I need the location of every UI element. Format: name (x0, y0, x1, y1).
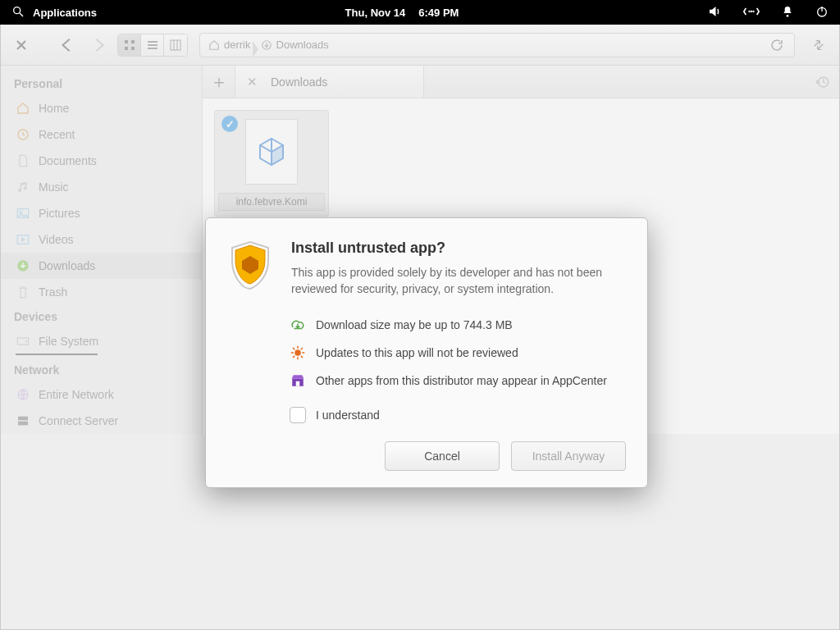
sidebar-group-network: Network (1, 358, 202, 381)
notifications-icon[interactable] (781, 5, 794, 21)
sidebar-group-personal: Personal (1, 72, 202, 95)
crumb-home-label: derrik (224, 39, 251, 51)
cancel-button[interactable]: Cancel (385, 441, 500, 471)
close-button[interactable] (9, 33, 34, 57)
sidebar-item-label: Pictures (39, 207, 80, 220)
sidebar-item-trash[interactable]: Trash (1, 279, 202, 305)
trash-icon (16, 285, 30, 299)
sidebar-item-label: Entire Network (39, 388, 114, 401)
sidebar-group-devices: Devices (1, 305, 202, 328)
sidebar-item-downloads[interactable]: Downloads (1, 253, 202, 279)
power-icon[interactable] (815, 5, 829, 21)
dialog-info-label: Updates to this app will not be reviewed (316, 346, 518, 359)
search-icon[interactable] (11, 5, 25, 21)
sidebar-item-videos[interactable]: Videos (1, 226, 202, 253)
view-icons-button[interactable] (118, 34, 141, 56)
dialog-info-label: Other apps from this distributor may app… (316, 374, 607, 387)
svg-point-23 (20, 211, 22, 213)
dialog-info-updates: Updates to this app will not be reviewed (290, 345, 626, 361)
panel-time[interactable]: 6:49 PM (418, 7, 459, 19)
understand-checkbox[interactable] (290, 407, 306, 423)
download-size-icon (290, 317, 306, 333)
svg-line-38 (301, 356, 303, 358)
dialog-info-label: Download size may be up to 744.3 MB (316, 318, 513, 331)
svg-point-3 (751, 10, 752, 11)
nav-back-button[interactable] (55, 33, 80, 57)
shield-warning-icon (227, 240, 273, 297)
drive-icon (16, 334, 30, 349)
view-columns-button[interactable] (164, 34, 187, 56)
file-item[interactable]: info.febvre.Komi (214, 110, 329, 217)
svg-line-40 (293, 356, 294, 358)
view-mode-group (117, 34, 188, 57)
sidebar-item-home[interactable]: Home (1, 95, 202, 121)
history-button[interactable] (806, 66, 839, 98)
svg-rect-29 (18, 417, 28, 421)
sidebar-item-music[interactable]: Music (1, 174, 202, 200)
nav-forward-button[interactable] (86, 33, 111, 57)
tab-close-icon[interactable]: ✕ (247, 75, 258, 89)
svg-point-32 (294, 349, 301, 356)
sidebar-item-filesystem[interactable]: File System (1, 328, 202, 354)
svg-rect-10 (125, 40, 128, 43)
sidebar-item-label: Trash (39, 285, 67, 299)
sidebar-item-connect-server[interactable]: Connect Server (1, 408, 202, 434)
panel-date[interactable]: Thu, Nov 14 (345, 7, 406, 19)
dialog-info-appcenter: Other apps from this distributor may app… (290, 372, 626, 389)
sidebar-item-label: Downloads (39, 259, 95, 272)
filesystem-usage-bar (16, 354, 98, 355)
home-icon (16, 101, 30, 116)
svg-rect-30 (18, 422, 28, 426)
clock-icon (16, 127, 30, 142)
sidebar-item-label: Music (39, 180, 69, 194)
svg-line-37 (293, 348, 294, 349)
places-sidebar: Personal Home Recent Documents Music Pic… (1, 66, 203, 434)
selection-check-icon[interactable] (221, 116, 238, 132)
file-name-label: info.febvre.Komi (218, 193, 325, 211)
sidebar-item-documents[interactable]: Documents (1, 148, 202, 174)
tab-downloads[interactable]: ✕ Downloads (235, 66, 424, 98)
svg-rect-13 (131, 47, 135, 50)
view-list-button[interactable] (141, 34, 164, 56)
document-icon (16, 153, 30, 168)
refresh-button[interactable] (765, 33, 789, 57)
svg-line-1 (20, 13, 23, 16)
globe-icon (16, 387, 30, 402)
tab-bar: ＋ ✕ Downloads (203, 66, 839, 98)
videos-icon (16, 232, 30, 247)
svg-rect-17 (171, 40, 180, 50)
svg-point-2 (748, 10, 750, 11)
updates-warning-icon (290, 345, 306, 361)
svg-point-0 (14, 7, 21, 13)
dialog-body: This app is provided solely by its devel… (291, 265, 626, 297)
sidebar-item-label: File System (39, 335, 98, 348)
volume-icon[interactable] (707, 4, 722, 21)
new-tab-button[interactable]: ＋ (203, 66, 235, 98)
crumb-home[interactable]: derrik (205, 39, 258, 51)
sidebar-item-network[interactable]: Entire Network (1, 381, 202, 408)
svg-rect-41 (296, 381, 300, 386)
sidebar-item-pictures[interactable]: Pictures (1, 200, 202, 226)
svg-point-4 (752, 10, 754, 11)
file-manager-toolbar: derrik Downloads (1, 25, 839, 66)
dialog-title: Install untrusted app? (291, 240, 626, 257)
crumb-downloads-label: Downloads (276, 39, 329, 51)
pictures-icon (16, 206, 30, 221)
network-icon[interactable] (743, 6, 760, 20)
sidebar-item-label: Recent (39, 128, 75, 141)
svg-line-39 (301, 348, 303, 349)
svg-point-5 (787, 15, 789, 17)
install-anyway-button[interactable]: Install Anyway (511, 441, 626, 471)
window-restore-button[interactable] (806, 33, 831, 57)
flatpak-file-icon (245, 119, 298, 185)
path-bar[interactable]: derrik Downloads (199, 33, 795, 57)
crumb-downloads[interactable]: Downloads (258, 39, 336, 51)
understand-label: I understand (316, 409, 380, 422)
applications-menu[interactable]: Applications (33, 7, 97, 19)
store-icon (290, 372, 306, 389)
tab-label: Downloads (271, 75, 327, 89)
sidebar-item-label: Videos (39, 233, 74, 246)
sidebar-item-recent[interactable]: Recent (1, 121, 202, 148)
server-icon (16, 413, 30, 428)
downloads-icon (16, 258, 30, 273)
